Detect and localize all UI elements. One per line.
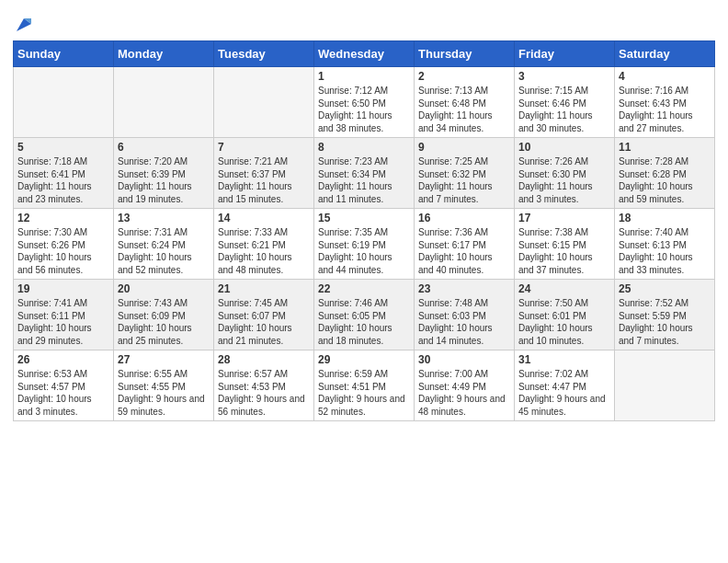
header <box>13 9 715 37</box>
logo-bird-icon <box>15 15 31 35</box>
day-number: 24 <box>518 282 610 295</box>
day-number: 9 <box>418 141 510 154</box>
day-info: Sunrise: 7:21 AM Sunset: 6:37 PM Dayligh… <box>218 155 310 205</box>
calendar-cell: 28Sunrise: 6:57 AM Sunset: 4:53 PM Dayli… <box>214 350 314 421</box>
day-number: 3 <box>518 70 610 83</box>
day-number: 10 <box>518 141 610 154</box>
weekday-header-saturday: Saturday <box>615 41 715 67</box>
day-info: Sunrise: 6:55 AM Sunset: 4:55 PM Dayligh… <box>118 368 210 418</box>
day-number: 12 <box>17 212 109 224</box>
calendar-cell: 26Sunrise: 6:53 AM Sunset: 4:57 PM Dayli… <box>14 350 114 421</box>
day-info: Sunrise: 7:18 AM Sunset: 6:41 PM Dayligh… <box>17 155 109 205</box>
day-info: Sunrise: 7:31 AM Sunset: 6:24 PM Dayligh… <box>118 226 210 276</box>
day-info: Sunrise: 7:35 AM Sunset: 6:19 PM Dayligh… <box>318 226 410 276</box>
calendar-cell: 2Sunrise: 7:13 AM Sunset: 6:48 PM Daylig… <box>415 67 515 138</box>
calendar-cell: 29Sunrise: 6:59 AM Sunset: 4:51 PM Dayli… <box>314 350 415 421</box>
day-number: 28 <box>218 353 310 366</box>
day-info: Sunrise: 6:53 AM Sunset: 4:57 PM Dayligh… <box>17 368 109 418</box>
weekday-header-thursday: Thursday <box>415 41 515 67</box>
day-info: Sunrise: 7:41 AM Sunset: 6:11 PM Dayligh… <box>17 297 109 347</box>
day-info: Sunrise: 7:46 AM Sunset: 6:05 PM Dayligh… <box>318 297 410 347</box>
calendar-cell: 23Sunrise: 7:48 AM Sunset: 6:03 PM Dayli… <box>415 280 515 350</box>
day-info: Sunrise: 6:59 AM Sunset: 4:51 PM Dayligh… <box>318 368 410 418</box>
day-number: 4 <box>619 70 711 83</box>
weekday-header-sunday: Sunday <box>14 41 114 67</box>
calendar-cell: 7Sunrise: 7:21 AM Sunset: 6:37 PM Daylig… <box>214 138 314 209</box>
day-number: 19 <box>17 282 109 295</box>
calendar-cell: 25Sunrise: 7:52 AM Sunset: 5:59 PM Dayli… <box>615 280 715 350</box>
calendar-cell: 31Sunrise: 7:02 AM Sunset: 4:47 PM Dayli… <box>515 350 615 421</box>
day-number: 5 <box>17 141 109 154</box>
calendar-cell: 5Sunrise: 7:18 AM Sunset: 6:41 PM Daylig… <box>14 138 114 209</box>
day-number: 29 <box>318 353 410 366</box>
day-number: 26 <box>17 353 109 366</box>
day-info: Sunrise: 7:48 AM Sunset: 6:03 PM Dayligh… <box>418 297 510 347</box>
calendar-cell: 6Sunrise: 7:20 AM Sunset: 6:39 PM Daylig… <box>114 138 214 209</box>
calendar-cell: 4Sunrise: 7:16 AM Sunset: 6:43 PM Daylig… <box>615 67 715 138</box>
calendar-cell <box>214 67 314 138</box>
calendar-cell: 20Sunrise: 7:43 AM Sunset: 6:09 PM Dayli… <box>114 280 214 350</box>
calendar-cell: 27Sunrise: 6:55 AM Sunset: 4:55 PM Dayli… <box>114 350 214 421</box>
weekday-header-tuesday: Tuesday <box>214 41 314 67</box>
day-number: 16 <box>418 212 510 224</box>
calendar-cell: 3Sunrise: 7:15 AM Sunset: 6:46 PM Daylig… <box>515 67 615 138</box>
calendar-cell: 1Sunrise: 7:12 AM Sunset: 6:50 PM Daylig… <box>314 67 415 138</box>
day-info: Sunrise: 7:52 AM Sunset: 5:59 PM Dayligh… <box>619 297 711 347</box>
calendar-week-row: 19Sunrise: 7:41 AM Sunset: 6:11 PM Dayli… <box>14 280 715 350</box>
calendar-cell: 13Sunrise: 7:31 AM Sunset: 6:24 PM Dayli… <box>114 209 214 280</box>
day-number: 13 <box>118 212 210 224</box>
day-info: Sunrise: 7:20 AM Sunset: 6:39 PM Dayligh… <box>118 155 210 205</box>
day-info: Sunrise: 7:26 AM Sunset: 6:30 PM Dayligh… <box>518 155 610 205</box>
calendar-cell: 17Sunrise: 7:38 AM Sunset: 6:15 PM Dayli… <box>515 209 615 280</box>
calendar-cell: 14Sunrise: 7:33 AM Sunset: 6:21 PM Dayli… <box>214 209 314 280</box>
calendar-week-row: 1Sunrise: 7:12 AM Sunset: 6:50 PM Daylig… <box>14 67 715 138</box>
day-number: 22 <box>318 282 410 295</box>
calendar-table: SundayMondayTuesdayWednesdayThursdayFrid… <box>13 40 715 421</box>
day-info: Sunrise: 7:12 AM Sunset: 6:50 PM Dayligh… <box>318 85 410 134</box>
day-number: 11 <box>619 141 711 154</box>
day-number: 25 <box>619 282 711 295</box>
calendar-cell: 10Sunrise: 7:26 AM Sunset: 6:30 PM Dayli… <box>515 138 615 209</box>
day-info: Sunrise: 7:30 AM Sunset: 6:26 PM Dayligh… <box>17 226 109 276</box>
day-info: Sunrise: 7:23 AM Sunset: 6:34 PM Dayligh… <box>318 155 410 205</box>
day-info: Sunrise: 7:02 AM Sunset: 4:47 PM Dayligh… <box>518 368 610 418</box>
day-info: Sunrise: 7:15 AM Sunset: 6:46 PM Dayligh… <box>518 85 610 134</box>
day-number: 20 <box>118 282 210 295</box>
logo <box>13 15 31 37</box>
day-number: 30 <box>418 353 510 366</box>
day-number: 6 <box>118 141 210 154</box>
day-number: 8 <box>318 141 410 154</box>
calendar-header-row: SundayMondayTuesdayWednesdayThursdayFrid… <box>14 41 715 67</box>
day-number: 27 <box>118 353 210 366</box>
day-info: Sunrise: 7:36 AM Sunset: 6:17 PM Dayligh… <box>418 226 510 276</box>
day-number: 2 <box>418 70 510 83</box>
day-number: 23 <box>418 282 510 295</box>
calendar-week-row: 12Sunrise: 7:30 AM Sunset: 6:26 PM Dayli… <box>14 209 715 280</box>
calendar-cell: 9Sunrise: 7:25 AM Sunset: 6:32 PM Daylig… <box>415 138 515 209</box>
calendar-cell <box>114 67 214 138</box>
day-number: 15 <box>318 212 410 224</box>
calendar-cell <box>615 350 715 421</box>
day-number: 31 <box>518 353 610 366</box>
day-info: Sunrise: 7:25 AM Sunset: 6:32 PM Dayligh… <box>418 155 510 205</box>
calendar-cell: 21Sunrise: 7:45 AM Sunset: 6:07 PM Dayli… <box>214 280 314 350</box>
day-info: Sunrise: 7:13 AM Sunset: 6:48 PM Dayligh… <box>418 85 510 134</box>
weekday-header-monday: Monday <box>114 41 214 67</box>
day-number: 14 <box>218 212 310 224</box>
day-number: 21 <box>218 282 310 295</box>
weekday-header-wednesday: Wednesday <box>314 41 415 67</box>
day-info: Sunrise: 7:28 AM Sunset: 6:28 PM Dayligh… <box>619 155 711 205</box>
calendar-cell: 11Sunrise: 7:28 AM Sunset: 6:28 PM Dayli… <box>615 138 715 209</box>
day-info: Sunrise: 7:16 AM Sunset: 6:43 PM Dayligh… <box>619 85 711 134</box>
calendar-cell: 15Sunrise: 7:35 AM Sunset: 6:19 PM Dayli… <box>314 209 415 280</box>
calendar-cell: 19Sunrise: 7:41 AM Sunset: 6:11 PM Dayli… <box>14 280 114 350</box>
calendar-week-row: 26Sunrise: 6:53 AM Sunset: 4:57 PM Dayli… <box>14 350 715 421</box>
day-number: 17 <box>518 212 610 224</box>
day-info: Sunrise: 6:57 AM Sunset: 4:53 PM Dayligh… <box>218 368 310 418</box>
day-info: Sunrise: 7:38 AM Sunset: 6:15 PM Dayligh… <box>518 226 610 276</box>
calendar-cell: 8Sunrise: 7:23 AM Sunset: 6:34 PM Daylig… <box>314 138 415 209</box>
day-info: Sunrise: 7:40 AM Sunset: 6:13 PM Dayligh… <box>619 226 711 276</box>
calendar-cell: 22Sunrise: 7:46 AM Sunset: 6:05 PM Dayli… <box>314 280 415 350</box>
calendar-cell: 16Sunrise: 7:36 AM Sunset: 6:17 PM Dayli… <box>415 209 515 280</box>
calendar-cell: 24Sunrise: 7:50 AM Sunset: 6:01 PM Dayli… <box>515 280 615 350</box>
